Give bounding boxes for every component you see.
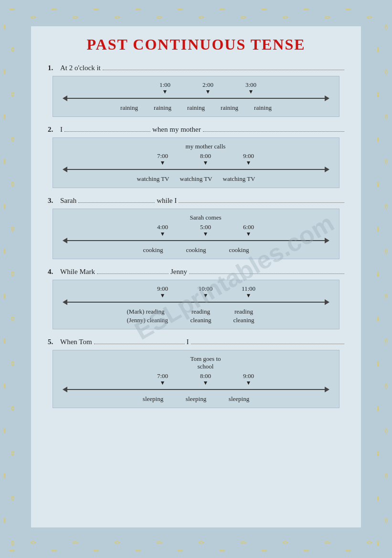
q1-dotline [103, 70, 344, 70]
page-title: PAST CONTINUOUS TENSE [48, 36, 344, 53]
question-1: 1. At 2 o'clock it 1:00 ▼ 2:00 ▼ 3:00 ▼ [48, 64, 344, 117]
q1-act4: raining [213, 104, 246, 112]
q5-dotline1 [94, 344, 185, 344]
q2-time-2: my mother calls 8:00 ▼ [184, 143, 227, 166]
q1-act2: raining [146, 104, 180, 112]
q5-timeline [63, 387, 329, 392]
q5-time-3: 9:00 ▼ [227, 372, 270, 386]
q4-jenny-act3: cleaning [222, 316, 265, 324]
q2-act3: watching TV [218, 175, 261, 183]
q4-text-middle: Jenny [170, 268, 187, 276]
question-4: 4. While Mark Jenny 9:00 ▼ 10:00 ▼ 11:00… [48, 268, 344, 329]
q5-text-middle: I [187, 338, 189, 346]
q4-time-2: 10:00 ▼ [184, 285, 227, 298]
q3-text-middle: while I [157, 197, 177, 205]
q5-time-1: 7:00 ▼ [141, 372, 184, 386]
q5-number: 5. [48, 338, 58, 346]
q4-diagram: 9:00 ▼ 10:00 ▼ 11:00 ▼ (Ma [53, 280, 339, 329]
q3-act2: cooking [175, 246, 218, 254]
q3-text-before: Sarah [60, 197, 76, 205]
q3-time-3: 6:00 ▼ [227, 223, 270, 237]
q5-act2: sleeping [175, 395, 218, 403]
q2-number: 2. [48, 126, 58, 134]
q3-number: 3. [48, 197, 58, 205]
main-page: ESLprintables.com PAST CONTINUOUS TENSE … [31, 26, 361, 527]
q4-mark-act3: reading [222, 308, 265, 316]
q5-time-2: Tom goes to school 8:00 ▼ [184, 355, 227, 386]
q2-time-1: 7:00 ▼ [141, 152, 184, 166]
q2-text-before: I [60, 126, 63, 134]
q2-event-label: my mother calls [186, 143, 226, 150]
q5-act3: sleeping [218, 395, 261, 403]
q1-time-2: 2:00 ▼ [187, 81, 230, 95]
q4-mark-act1: (Mark) reading [127, 308, 180, 316]
q5-text-before: When Tom [60, 338, 92, 346]
q1-act5: raining [246, 104, 280, 112]
q5-dotline2 [191, 344, 344, 344]
q1-act3: raining [180, 104, 213, 112]
q2-timeline [63, 167, 329, 172]
q4-mark-act2: reading [180, 308, 222, 316]
q2-dotline1 [64, 131, 150, 132]
q3-act3: cooking [218, 246, 261, 254]
q5-diagram: 7:00 ▼ Tom goes to school 8:00 ▼ 9:00 ▼ [53, 350, 339, 408]
q3-dotline1 [78, 202, 155, 203]
q4-time-3: 11:00 ▼ [227, 285, 270, 298]
q2-act2: watching TV [175, 175, 218, 183]
q2-dotline2 [203, 131, 344, 132]
question-4-text: 4. While Mark Jenny [48, 268, 344, 276]
q3-time-1: 4:00 ▼ [141, 223, 184, 237]
q4-time-1: 9:00 ▼ [141, 285, 184, 298]
q1-act1: raining [113, 104, 146, 112]
q2-diagram: 7:00 ▼ my mother calls 8:00 ▼ 9:00 ▼ [53, 137, 339, 188]
q2-act1: watching TV [132, 175, 175, 183]
q2-text-middle: when my mother [152, 126, 201, 134]
q1-time-1: 1:00 ▼ [144, 81, 187, 95]
q1-time-3: 3:00 ▼ [230, 81, 273, 95]
q3-diagram: 4:00 ▼ Sarah comes 5:00 ▼ 6:00 ▼ [53, 209, 339, 259]
q4-dotline2 [189, 274, 344, 274]
q1-diagram: 1:00 ▼ 2:00 ▼ 3:00 ▼ [53, 76, 339, 117]
question-3: 3. Sarah while I 4:00 ▼ Sarah comes 5:00… [48, 197, 344, 259]
q5-event-label: Tom goes to school [184, 355, 227, 370]
q4-dotline1 [97, 274, 169, 274]
q2-time-3: 9:00 ▼ [227, 152, 270, 166]
q3-timeline [63, 238, 329, 243]
q3-time-2: Sarah comes 5:00 ▼ [184, 214, 227, 237]
question-5: 5. When Tom I 7:00 ▼ Tom goes to school … [48, 338, 344, 408]
q4-jenny-act2: cleaning [180, 316, 222, 324]
question-5-text: 5. When Tom I [48, 338, 344, 346]
question-2-text: 2. I when my mother [48, 126, 344, 134]
q4-timeline [63, 299, 329, 305]
q1-timeline [63, 95, 329, 101]
q5-act1: sleeping [132, 395, 175, 403]
question-3-text: 3. Sarah while I [48, 197, 344, 205]
q3-act1: cooking [132, 246, 175, 254]
q4-text-before: While Mark [60, 268, 95, 276]
q3-event-label: Sarah comes [190, 214, 221, 221]
question-1-text: 1. At 2 o'clock it [48, 64, 344, 72]
q1-number: 1. [48, 64, 58, 72]
question-2: 2. I when my mother 7:00 ▼ my mother cal… [48, 126, 344, 188]
q3-dotline2 [179, 202, 344, 203]
q4-number: 4. [48, 268, 58, 276]
q4-jenny-act1: (Jenny) cleaning [127, 316, 180, 324]
q1-text-before: At 2 o'clock it [60, 64, 101, 72]
